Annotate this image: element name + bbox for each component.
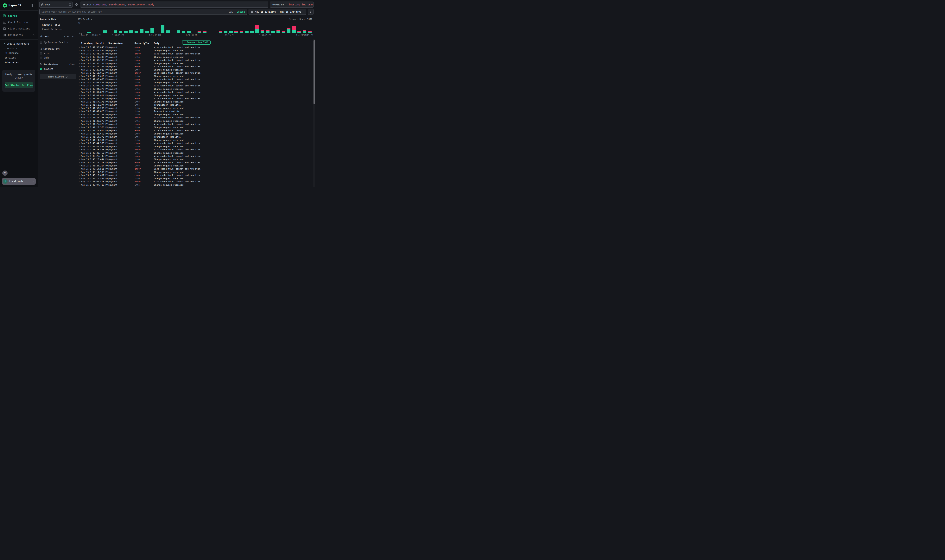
row-expand-chevron-icon[interactable]: › — [79, 62, 80, 65]
histogram-bar[interactable] — [203, 31, 206, 33]
table-row[interactable]: ›May 15 1:42:13.019 PMpaymentinfoCharge … — [78, 75, 312, 78]
histogram-bar[interactable] — [140, 29, 143, 33]
histogram-bar[interactable] — [103, 31, 106, 33]
column-resize-handle[interactable]: ⋮ — [107, 42, 109, 44]
table-row[interactable]: ›May 15 1:42:27.131 PMpaymenterrorVisa c… — [78, 65, 312, 68]
table-row[interactable]: ›May 15 1:42:05.460 PMpaymenterrorVisa c… — [78, 78, 312, 81]
histogram-bar[interactable] — [229, 31, 233, 33]
row-expand-chevron-icon[interactable]: › — [79, 135, 80, 139]
histogram-bar[interactable] — [124, 31, 128, 33]
table-row[interactable]: ›May 15 1:41:14.373 PMpaymentinfoTransac… — [78, 135, 312, 139]
row-expand-chevron-icon[interactable]: › — [79, 174, 80, 177]
table-row[interactable]: ›May 15 1:41:47.823 PMpaymentinfoTransac… — [78, 110, 312, 113]
table-scrollbar[interactable] — [313, 39, 315, 186]
row-expand-chevron-icon[interactable]: › — [79, 155, 80, 158]
filter-group-clear-button[interactable]: Clear — [69, 63, 76, 66]
row-expand-chevron-icon[interactable]: › — [79, 168, 80, 171]
table-row[interactable]: ›May 15 1:42:04.376 PMpaymentinfoCharge … — [78, 88, 312, 91]
row-expand-chevron-icon[interactable]: › — [79, 97, 80, 100]
table-row[interactable]: ›May 15 1:41:14.361 PMpaymentinfoCharge … — [78, 139, 312, 142]
histogram-bar[interactable] — [276, 30, 280, 33]
histogram-bar[interactable] — [240, 31, 243, 33]
row-expand-chevron-icon[interactable]: › — [79, 59, 80, 62]
row-expand-chevron-icon[interactable]: › — [79, 84, 80, 88]
source-select[interactable]: Logs — [39, 2, 73, 8]
table-row[interactable]: ›May 15 1:40:24.219 PMpaymenterrorVisa c… — [78, 161, 312, 164]
sidebar-item-client-sessions[interactable]: Client Sessions — [0, 25, 38, 32]
table-row[interactable]: ›May 15 1:40:44.546 PMpaymentinfoCharge … — [78, 145, 312, 148]
table-row[interactable]: ›May 15 1:41:57.178 PMpaymentinfoCharge … — [78, 100, 312, 104]
table-row[interactable]: ›May 15 1:42:43.360 PMpaymenterrorVisa c… — [78, 52, 312, 55]
table-row[interactable]: ›May 15 1:42:13.055 PMpaymenterrorVisa c… — [78, 71, 312, 75]
row-expand-chevron-icon[interactable]: › — [79, 183, 80, 187]
row-expand-chevron-icon[interactable]: › — [79, 81, 80, 85]
histogram-bar[interactable] — [282, 31, 285, 33]
row-expand-chevron-icon[interactable]: › — [79, 129, 80, 132]
clear-all-filters-button[interactable]: Clear all — [64, 35, 76, 38]
histogram-bar[interactable] — [197, 31, 201, 33]
row-expand-chevron-icon[interactable]: › — [79, 75, 80, 78]
histogram-bar[interactable] — [245, 31, 248, 33]
row-expand-chevron-icon[interactable]: › — [79, 180, 80, 183]
histogram-bar[interactable] — [219, 31, 222, 33]
row-expand-chevron-icon[interactable]: › — [79, 164, 80, 168]
preset-item-kubernetes[interactable]: Kubernetes — [3, 60, 35, 65]
table-row[interactable]: ›May 15 1:41:47.766 PMpaymentinfoCharge … — [78, 113, 312, 117]
row-expand-chevron-icon[interactable]: › — [79, 49, 80, 52]
row-expand-chevron-icon[interactable]: › — [79, 71, 80, 75]
order-by-editor[interactable]: ORDER BY TimestampTime DESC — [270, 2, 313, 8]
table-row[interactable]: ›May 15 1:40:10.597 PMpaymentinfoCharge … — [78, 177, 312, 180]
preset-item-services[interactable]: Services — [3, 55, 35, 60]
search-input[interactable] — [42, 11, 228, 13]
table-row[interactable]: ›May 15 1:40:14.511 PMpaymenterrorVisa c… — [78, 168, 312, 171]
row-expand-chevron-icon[interactable]: › — [79, 123, 80, 126]
histogram-bar[interactable] — [151, 28, 154, 33]
row-expand-chevron-icon[interactable]: › — [79, 78, 80, 81]
filter-option-error[interactable]: error — [40, 51, 76, 55]
row-expand-chevron-icon[interactable]: › — [79, 142, 80, 145]
events-histogram[interactable]: 12 0 May 15 1:32:00 PM1:33:45 PM1:35:15 … — [78, 22, 312, 38]
table-row[interactable]: ›May 15 1:42:26.920 PMpaymentinfoCharge … — [78, 68, 312, 72]
row-expand-chevron-icon[interactable]: › — [79, 116, 80, 120]
histogram-bar[interactable] — [177, 31, 180, 33]
help-button[interactable]: ? — [2, 171, 8, 176]
row-expand-chevron-icon[interactable]: › — [79, 132, 80, 135]
row-expand-chevron-icon[interactable]: › — [79, 177, 80, 180]
row-expand-chevron-icon[interactable]: › — [79, 126, 80, 129]
create-dashboard-button[interactable]: + Create Dashboard — [3, 42, 35, 47]
table-row[interactable]: ›May 15 1:40:38.462 PMpaymentinfoCharge … — [78, 152, 312, 155]
sidebar-item-dashboards[interactable]: Dashboards — [0, 32, 38, 38]
histogram-bar[interactable] — [182, 31, 185, 33]
row-expand-chevron-icon[interactable]: › — [79, 110, 80, 113]
table-row[interactable]: ›May 15 1:40:14.505 PMpaymentinfoCharge … — [78, 171, 312, 174]
row-expand-chevron-icon[interactable]: › — [79, 113, 80, 117]
row-expand-chevron-icon[interactable]: › — [79, 120, 80, 123]
presets-toggle[interactable]: PRESETS — [3, 47, 35, 51]
histogram-bar[interactable] — [287, 28, 290, 33]
table-row[interactable]: ›May 15 1:41:53.274 PMpaymentinfoTransac… — [78, 103, 312, 107]
time-range-picker[interactable]: May 15 13:32:00 - May 15 13:43:00 — [248, 9, 306, 15]
row-expand-chevron-icon[interactable]: › — [79, 100, 80, 104]
table-row[interactable]: ›May 15 1:42:04.392 PMpaymenterrorVisa c… — [78, 84, 312, 88]
table-row[interactable]: ›May 15 1:40:38.466 PMpaymenterrorVisa c… — [78, 148, 312, 152]
histogram-bar[interactable] — [303, 30, 306, 33]
table-row[interactable]: ›May 15 1:41:21.678 PMpaymenterrorVisa c… — [78, 129, 312, 132]
checkbox-unchecked[interactable] — [40, 52, 42, 55]
table-row[interactable]: ›May 15 1:41:57.183 PMpaymenterrorVisa c… — [78, 97, 312, 100]
table-row[interactable]: ›May 15 1:42:36.184 PMpaymentinfoCharge … — [78, 62, 312, 65]
preset-item-clickhouse[interactable]: Clickhouse — [3, 51, 35, 55]
table-row[interactable]: ›May 15 1:41:21.652 PMpaymentinfoCharge … — [78, 132, 312, 135]
column-resize-handle[interactable]: ⋮ — [152, 42, 154, 44]
table-row[interactable]: ›May 15 1:40:26.444 PMpaymentinfoCharge … — [78, 158, 312, 161]
table-row[interactable]: ›May 15 1:40:26.445 PMpaymenterrorVisa c… — [78, 155, 312, 158]
filter-option-info[interactable]: info — [40, 55, 76, 60]
histogram-bar[interactable] — [145, 31, 148, 33]
filter-option-payment[interactable]: ✓payment — [40, 67, 76, 71]
table-options-kebab-icon[interactable]: ⋮ — [309, 42, 311, 45]
table-row[interactable]: ›May 15 1:42:01.824 PMpaymenterrorVisa c… — [78, 91, 312, 94]
histogram-bar[interactable] — [308, 31, 311, 33]
row-expand-chevron-icon[interactable]: › — [79, 55, 80, 59]
table-row[interactable]: ›May 15 1:40:10.601 PMpaymenterrorVisa c… — [78, 174, 312, 177]
histogram-bar[interactable] — [129, 31, 133, 33]
row-expand-chevron-icon[interactable]: › — [79, 161, 80, 164]
